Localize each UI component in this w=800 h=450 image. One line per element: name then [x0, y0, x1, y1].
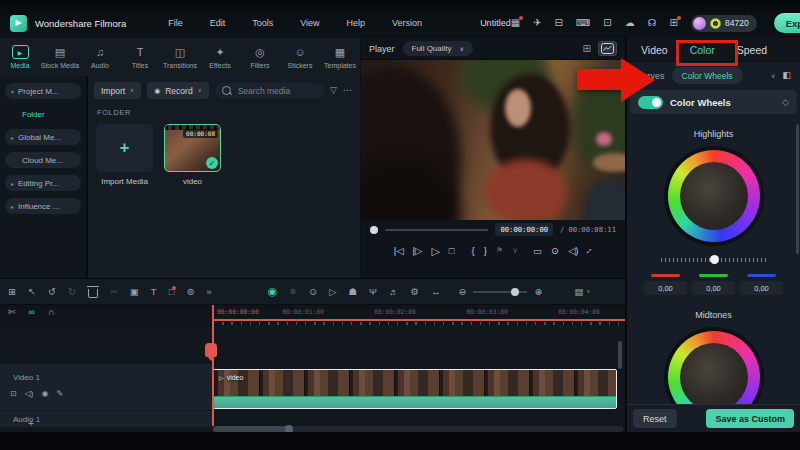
library-item-global-media[interactable]: ▸Global Me... [5, 129, 81, 145]
toolbox-icon[interactable]: ⊞ [8, 287, 16, 297]
auto-sync-icon[interactable]: ⚙ [410, 287, 419, 297]
tab-transitions[interactable]: ◫Transitions [160, 38, 200, 76]
playhead-ruler-mark[interactable] [212, 305, 214, 325]
more-options-icon[interactable]: ⋯ [343, 86, 352, 95]
zoom-out-icon[interactable]: ⊖ [459, 287, 467, 297]
tab-stock-media[interactable]: ▤Stock Media [40, 38, 80, 76]
highlights-color-wheel[interactable] [664, 146, 764, 246]
save-icon[interactable]: ⊡ [603, 18, 611, 28]
step-play-icon[interactable]: |▷ [413, 246, 423, 256]
crop-icon[interactable]: ▣ [130, 287, 139, 297]
library-item-project-media[interactable]: ▾Project M... [5, 83, 81, 99]
voiceover-mic-icon[interactable]: Ψ [369, 287, 377, 297]
support-icon[interactable]: ☊ [648, 18, 657, 28]
menu-view[interactable]: View [300, 18, 319, 28]
seek-track[interactable] [385, 229, 488, 231]
auto-ripple-icon[interactable]: ✄ [8, 308, 16, 317]
playhead-handle[interactable] [205, 343, 217, 357]
library-item-influence[interactable]: ▸Influence ... [5, 198, 81, 214]
text-tool-icon[interactable]: T [151, 287, 157, 297]
import-button[interactable]: Import∨ [94, 82, 141, 99]
marker-chevron-icon[interactable]: ∨ [512, 247, 518, 255]
fit-timeline-icon[interactable]: ↔ [431, 287, 441, 297]
snapshot-icon[interactable]: ⊙ [551, 246, 559, 256]
stop-icon[interactable]: □ [449, 246, 455, 256]
tab-titles[interactable]: TTitles [120, 38, 160, 76]
tab-effects[interactable]: ✦Effects [200, 38, 240, 76]
video-clip-card[interactable]: 00:00:08 ✓ video [164, 124, 221, 186]
record-button[interactable]: ◉Record∨ [147, 82, 209, 99]
quality-dropdown[interactable]: Full Quality∨ [403, 41, 473, 56]
wheel-center[interactable] [680, 343, 748, 404]
midtones-color-wheel[interactable] [664, 327, 764, 404]
cloud-upload-icon[interactable]: ☁ [625, 18, 635, 28]
previous-frame-icon[interactable]: |◁ [394, 246, 404, 256]
timeline-vertical-scrollbar[interactable] [618, 341, 622, 369]
apps-grid-icon[interactable]: ⊞ [670, 18, 678, 28]
chevron-down-icon[interactable]: ∨ [771, 73, 775, 79]
tab-media[interactable]: ▶Media [0, 38, 40, 76]
zoom-in-icon[interactable]: ⊕ [534, 287, 542, 297]
snap-magnet-icon[interactable]: ∩ [48, 308, 54, 317]
red-value-field[interactable]: 0,00 [644, 281, 687, 295]
tab-templates[interactable]: ▦Templates [320, 38, 360, 76]
timeline-ruler[interactable]: ✄ ∞ ∩ 00:00:00:00 00:00:01:00 00:00:02:0… [0, 305, 625, 325]
menu-version[interactable]: Version [392, 18, 422, 28]
tab-filters[interactable]: ◎Filters [240, 38, 280, 76]
slider-knob[interactable] [710, 255, 719, 264]
timeline-video-clip[interactable]: ▷video [213, 369, 617, 409]
mute-track-icon[interactable]: ◁) [25, 390, 34, 398]
reset-button[interactable]: Reset [633, 409, 677, 428]
tab-stickers[interactable]: ☺Stickers [280, 38, 320, 76]
keyframe-diamond-icon[interactable]: ◇ [782, 98, 789, 107]
library-item-folder[interactable]: Folder [5, 106, 81, 122]
zoom-slider-knob[interactable] [511, 288, 519, 296]
mask-icon[interactable]: □ [169, 287, 175, 297]
more-tools-icon[interactable]: » [206, 287, 211, 297]
gift-icon[interactable]: ▦ [511, 18, 520, 28]
search-box[interactable] [215, 83, 324, 99]
redo-icon[interactable]: ↻ [68, 287, 76, 297]
tab-video[interactable]: Video [641, 44, 668, 56]
delete-icon[interactable] [88, 289, 98, 298]
display-output-icon[interactable]: ▭ [533, 246, 542, 256]
lock-track-icon[interactable]: ⊡ [10, 390, 17, 398]
panel-scrollbar[interactable] [796, 124, 799, 254]
share-icon[interactable]: ✈ [533, 18, 541, 28]
mark-in-icon[interactable]: { [472, 246, 475, 256]
menu-help[interactable]: Help [347, 18, 366, 28]
mark-out-icon[interactable]: } [484, 246, 487, 256]
ruler-scale[interactable]: 00:00:00:00 00:00:01:00 00:00:02:00 00:0… [213, 305, 625, 325]
import-media-card[interactable]: + Import Media [96, 124, 153, 186]
tab-speed[interactable]: Speed [737, 44, 767, 56]
add-track-button[interactable]: + [28, 418, 34, 429]
chroma-key-icon[interactable]: ◉ [268, 286, 278, 297]
select-tool-icon[interactable]: ↖ [28, 287, 36, 297]
seek-handle[interactable] [370, 226, 378, 234]
shield-icon[interactable]: ☗ [349, 287, 358, 297]
fullscreen-icon[interactable]: ↕ [585, 246, 595, 256]
save-as-custom-button[interactable]: Save as Custom [706, 409, 794, 428]
export-button[interactable]: Export ∨ [774, 13, 800, 33]
blue-value-field[interactable]: 0,00 [740, 281, 783, 295]
color-wheels-mode-pill[interactable]: Color Wheels [672, 67, 743, 84]
playhead-line[interactable] [212, 325, 214, 426]
layout-grid-icon[interactable]: ⊞ [583, 44, 591, 54]
library-item-cloud-media[interactable]: Cloud Me... [5, 152, 81, 168]
menu-file[interactable]: File [168, 18, 183, 28]
highlights-luminance-slider[interactable] [661, 255, 767, 265]
track-manage-control[interactable]: ▤ ∨ [574, 287, 590, 297]
menu-tools[interactable]: Tools [252, 18, 273, 28]
screen-record-icon[interactable]: ⊟ [554, 18, 562, 28]
split-scissors-icon[interactable]: ✂ [110, 287, 118, 297]
speed-ramp-icon[interactable]: ▷ [329, 287, 336, 297]
draw-track-icon[interactable]: ✎ [57, 390, 64, 398]
play-icon[interactable]: ▷ [431, 246, 439, 257]
compare-split-icon[interactable]: ◧ [782, 71, 791, 80]
menu-edit[interactable]: Edit [210, 18, 226, 28]
hide-track-icon[interactable]: ◉ [42, 390, 49, 398]
marker-icon[interactable]: ⚑ [496, 247, 503, 255]
filter-icon[interactable]: ▽ [330, 86, 337, 95]
keyboard-shortcut-icon[interactable]: ⌨ [576, 18, 590, 28]
green-value-field[interactable]: 0,00 [692, 281, 735, 295]
